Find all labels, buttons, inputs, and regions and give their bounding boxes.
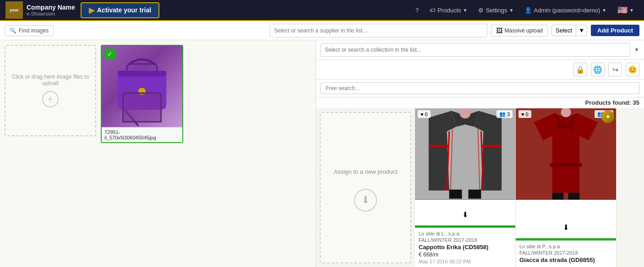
collection-caret-icon[interactable]: ▼ [634, 47, 639, 53]
search-icon: 🔍 [10, 27, 16, 34]
image-thumbnail[interactable]: ✓ [101, 45, 183, 143]
users-badge-0: 👥 3 [497, 110, 513, 118]
admin-label: Admin (password=demo) [534, 7, 600, 14]
select-caret[interactable]: ▼ [576, 25, 587, 36]
header-nav: ? 🏷 Products ▼ ⚙ Settings ▼ 👤 Admin (pas… [411, 3, 639, 17]
product-image-0 [415, 108, 515, 200]
help-icon: ? [415, 7, 419, 14]
product-card-1[interactable]: ♥ 0 👥 11 ★ ⬇ Lo stile di P...s.p.a FALL/ [516, 108, 617, 267]
select-label[interactable]: Select [552, 25, 576, 36]
like-count-0: 0 [425, 112, 428, 117]
right-panel: ▼ 🔒 🌐 ↪ 😊 Products found: 35 [316, 40, 644, 267]
flag-icon: 🇺🇸 [617, 5, 628, 15]
check-badge: ✓ [104, 48, 115, 59]
like-badge-1: ♥ 0 [518, 110, 531, 118]
product-info-0: Lo stile di L...s.p.a FALL/WINTER 2017-2… [415, 228, 515, 267]
products-label: Products [437, 7, 461, 14]
products-count-value: 35 [633, 99, 639, 106]
settings-icon: ⚙ [478, 7, 484, 14]
nav-products[interactable]: 🏷 Products ▼ [425, 5, 472, 16]
company-info: Company Name e-Showroom [27, 4, 75, 16]
logo-text: your [10, 8, 19, 13]
smiley-button[interactable]: 😊 [626, 63, 639, 76]
nav-help[interactable]: ? [411, 5, 423, 16]
product-supplier-1: Lo stile di P...s.p.a [519, 244, 612, 249]
users-icon-0: 👥 [499, 111, 506, 117]
product-price-0: € 668/nr [419, 251, 512, 258]
download-button-0[interactable]: ⬇ [458, 207, 473, 222]
svg-rect-13 [449, 190, 462, 199]
lock-button[interactable]: 🔒 [573, 63, 587, 76]
products-found-label: Products found: [585, 99, 631, 106]
admin-caret: ▼ [602, 8, 606, 13]
download-circle-icon: ⬇ [354, 189, 377, 212]
main-layout: Click or drag here image files to upload… [0, 40, 644, 267]
activate-trial-button[interactable]: ▶ Activate your trial [81, 2, 159, 18]
svg-rect-8 [481, 145, 502, 147]
find-images-button[interactable]: 🔍 Find images [5, 25, 54, 36]
toolbar: 🔍 Find images 🖼 Massive upload Select ▼ … [0, 21, 644, 40]
product-date-0: May 17 2016 06:22 PM [419, 259, 512, 264]
share-button[interactable]: ↪ [608, 63, 622, 76]
company-sub: e-Showroom [27, 11, 75, 16]
product-name-1: Giacca da strada (GD8855) [519, 256, 612, 263]
svg-point-3 [138, 88, 146, 95]
heart-icon-1: ♥ [521, 112, 524, 117]
smiley-icon: 😊 [628, 65, 637, 74]
product-image-area-1: ♥ 0 👥 11 ★ ⬇ [516, 108, 616, 238]
collection-bar: ▼ [316, 40, 644, 60]
supplier-search-input[interactable] [270, 24, 487, 37]
lock-icon: 🔒 [576, 65, 585, 74]
search-bar [316, 80, 644, 97]
products-icon: 🏷 [430, 7, 436, 14]
new-product-card[interactable]: Assign to a new product ⬇ [320, 112, 411, 263]
product-image-1 [516, 108, 616, 200]
svg-rect-4 [118, 71, 166, 76]
svg-line-5 [125, 110, 138, 126]
flag-caret: ▼ [629, 8, 634, 13]
heart-icon-0: ♥ [420, 112, 424, 117]
svg-rect-14 [468, 190, 481, 199]
svg-rect-7 [429, 145, 449, 147]
free-search-input[interactable] [321, 82, 639, 94]
products-caret: ▼ [463, 8, 468, 13]
like-count-1: 0 [526, 112, 529, 117]
massive-upload-button[interactable]: 🖼 Massive upload [491, 25, 548, 37]
products-count-bar: Products found: 35 [316, 97, 644, 108]
header: your Company Name e-Showroom ▶ Activate … [0, 0, 644, 21]
nav-admin[interactable]: 👤 Admin (password=demo) ▼ [520, 5, 611, 16]
globe-button[interactable]: 🌐 [591, 63, 605, 76]
upload-icon: 🖼 [496, 27, 502, 34]
product-card-0[interactable]: ♥ 0 👥 3 ⬇ Lo stile di L...s.p.a FALL/WIN… [415, 108, 516, 267]
globe-icon: 🌐 [593, 65, 602, 74]
find-images-label: Find images [19, 27, 49, 34]
product-supplier-0: Lo stile di L...s.p.a [419, 231, 512, 236]
upload-drop-zone[interactable]: Click or drag here image files to upload… [5, 45, 96, 136]
svg-rect-18 [552, 193, 564, 200]
admin-icon: 👤 [524, 7, 532, 14]
activate-trial-label: Activate your trial [97, 6, 151, 14]
settings-caret: ▼ [509, 8, 513, 13]
svg-rect-19 [568, 193, 579, 200]
collection-search-input[interactable] [321, 43, 630, 57]
gold-badge-1: ★ [601, 110, 614, 123]
product-collection-1: FALL/WINTER 2017-2018 [519, 250, 612, 256]
product-collection-0: FALL/WINTER 2017-2018 [419, 237, 512, 243]
logo-box: your [5, 1, 23, 19]
add-product-button[interactable]: Add Product [591, 25, 639, 36]
image-filename: 72951- il_570xN306045045jpg [102, 127, 182, 142]
nav-settings[interactable]: ⚙ Settings ▼ [474, 5, 518, 16]
nav-language[interactable]: 🇺🇸 ▼ [613, 3, 639, 17]
product-overlay-1: ♥ 0 👥 11 [516, 108, 616, 120]
massive-upload-label: Massive upload [505, 27, 543, 34]
select-dropdown[interactable]: Select ▼ [551, 25, 587, 36]
plus-circle-icon[interactable]: + [42, 91, 59, 107]
like-badge-0: ♥ 0 [418, 110, 431, 118]
assign-label: Assign to a new product [329, 164, 402, 180]
products-grid: Assign to a new product ⬇ [316, 108, 644, 267]
download-button-1[interactable]: ⬇ [559, 220, 573, 235]
settings-label: Settings [486, 7, 507, 14]
logo-area: your Company Name e-Showroom [5, 1, 75, 19]
play-icon: ▶ [89, 6, 94, 15]
product-image-area-0: ♥ 0 👥 3 ⬇ [415, 108, 515, 225]
